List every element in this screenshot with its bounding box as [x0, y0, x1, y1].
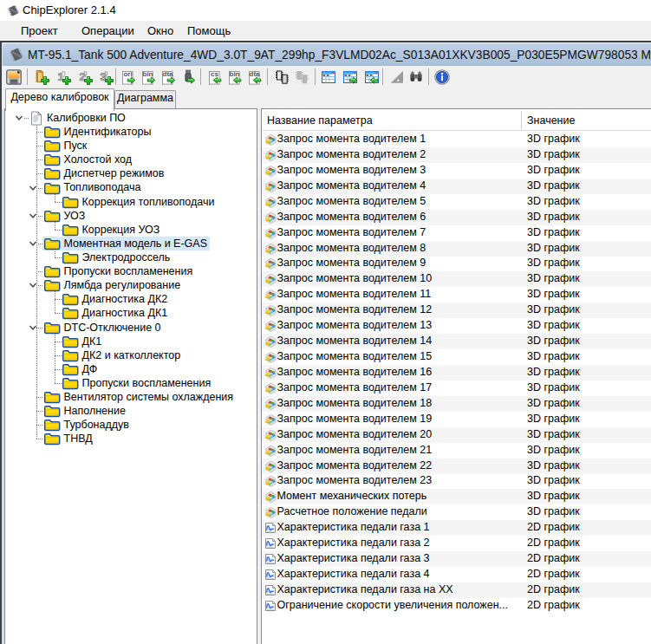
- svg-text:bin: bin: [143, 70, 153, 78]
- svg-text:cs: cs: [211, 70, 218, 78]
- svg-text:bin: bin: [230, 70, 240, 78]
- svg-text:dta: dta: [163, 70, 174, 78]
- svg-text:dta: dta: [250, 70, 261, 78]
